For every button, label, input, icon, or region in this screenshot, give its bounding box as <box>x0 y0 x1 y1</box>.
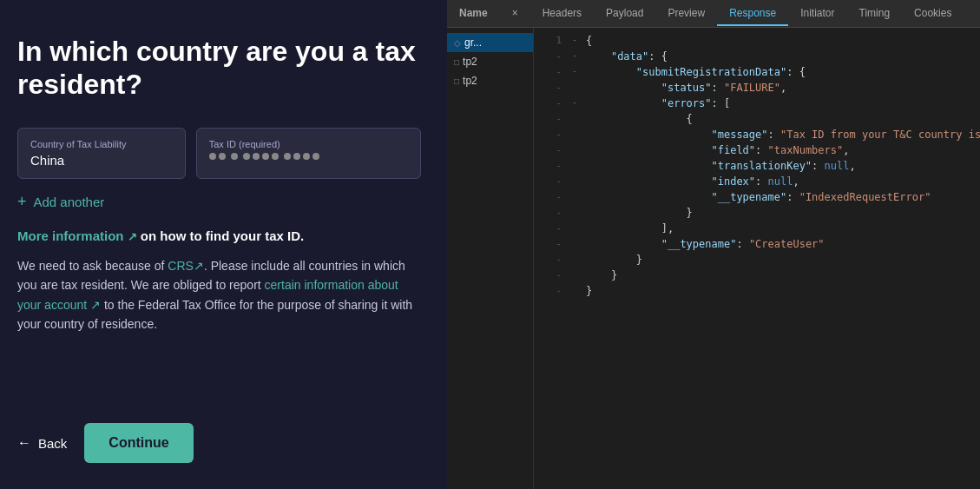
code-line-2: - - "data": { <box>534 50 980 66</box>
tab-response[interactable]: Response <box>717 2 788 26</box>
tab-payload[interactable]: Payload <box>594 2 655 26</box>
desc-intro: We need to ask because of <box>17 259 168 273</box>
file-name-gr: gr... <box>464 36 482 49</box>
plus-icon: + <box>17 193 27 211</box>
code-line-10: - "index": null, <box>534 175 980 191</box>
country-field[interactable]: Country of Tax Liability China <box>17 128 186 179</box>
code-line-14: - "__typename": "CreateUser" <box>534 238 980 254</box>
code-area[interactable]: 1 - { - - "data": { - - "submitRegistrat… <box>534 28 980 489</box>
code-line-13: - ], <box>534 222 980 238</box>
more-info-link-text: More information <box>17 228 124 243</box>
devtools-body: ◇ gr... □ tp2 □ tp2 1 - { - - "data": { <box>447 28 980 489</box>
file-item-gr[interactable]: ◇ gr... <box>447 33 533 52</box>
more-info-line: More information ↗ on how to find your t… <box>17 228 421 244</box>
file-item-tp2-1[interactable]: □ tp2 <box>447 52 533 71</box>
crs-link[interactable]: CRS↗ <box>168 259 204 273</box>
code-line-17: - } <box>534 285 980 301</box>
back-arrow-icon: ← <box>17 435 31 451</box>
file-icon-gr: ◇ <box>454 38 461 48</box>
tab-close[interactable]: × <box>500 2 530 26</box>
form-row: Country of Tax Liability China Tax ID (r… <box>17 128 421 179</box>
tab-cookies[interactable]: Cookies <box>902 2 964 26</box>
description-text: We need to ask because of CRS↗. Please i… <box>17 256 421 334</box>
code-line-7: - "message": "Tax ID from your T&C count… <box>534 129 980 144</box>
file-icon-tp2-1: □ <box>454 57 459 67</box>
left-panel: In which country are you a tax resident?… <box>0 0 447 489</box>
file-item-tp2-2[interactable]: □ tp2 <box>447 71 533 90</box>
code-line-5: - - "errors": [ <box>534 97 980 113</box>
file-tree: ◇ gr... □ tp2 □ tp2 <box>447 28 534 489</box>
tab-headers[interactable]: Headers <box>530 2 594 26</box>
taxid-masked <box>209 153 408 160</box>
code-line-3: - - "submitRegistrationData": { <box>534 66 980 82</box>
tab-timing[interactable]: Timing <box>847 2 903 26</box>
devtools-tabs-bar: Name × Headers Payload Preview Response … <box>447 0 980 28</box>
back-button[interactable]: ← Back <box>17 435 67 451</box>
code-line-4: - "status": "FAILURE", <box>534 82 980 97</box>
country-label: Country of Tax Liability <box>30 139 173 149</box>
add-another-button[interactable]: + Add another <box>17 193 421 211</box>
file-name-tp2-1: tp2 <box>463 56 477 68</box>
file-name-tp2-2: tp2 <box>463 75 477 87</box>
code-line-6: - { <box>534 113 980 129</box>
tab-initiator[interactable]: Initiator <box>788 2 846 26</box>
country-value: China <box>30 153 173 168</box>
tab-preview[interactable]: Preview <box>655 2 717 26</box>
code-line-16: - } <box>534 269 980 285</box>
add-another-label: Add another <box>34 195 105 209</box>
taxid-field[interactable]: Tax ID (required) <box>196 128 421 179</box>
more-info-arrow: ↗ <box>128 230 137 243</box>
continue-button[interactable]: Continue <box>84 423 193 463</box>
code-line-9: - "translationKey": null, <box>534 160 980 175</box>
code-line-12: - } <box>534 207 980 222</box>
devtools-panel: Name × Headers Payload Preview Response … <box>447 0 980 489</box>
tab-name[interactable]: Name <box>447 2 500 26</box>
back-label: Back <box>38 436 67 451</box>
code-line-8: - "field": "taxNumbers", <box>534 144 980 160</box>
file-icon-tp2-2: □ <box>454 76 459 86</box>
taxid-label: Tax ID (required) <box>209 139 408 149</box>
code-line-11: - "__typename": "IndexedRequestError" <box>534 191 980 207</box>
page-title: In which country are you a tax resident? <box>17 35 421 102</box>
code-line-15: - } <box>534 254 980 269</box>
bottom-buttons: ← Back Continue <box>17 423 421 463</box>
code-line-1: 1 - { <box>534 35 980 50</box>
more-info-suffix: on how to find your tax ID. <box>141 228 304 243</box>
more-info-link[interactable]: More information ↗ <box>17 228 141 243</box>
